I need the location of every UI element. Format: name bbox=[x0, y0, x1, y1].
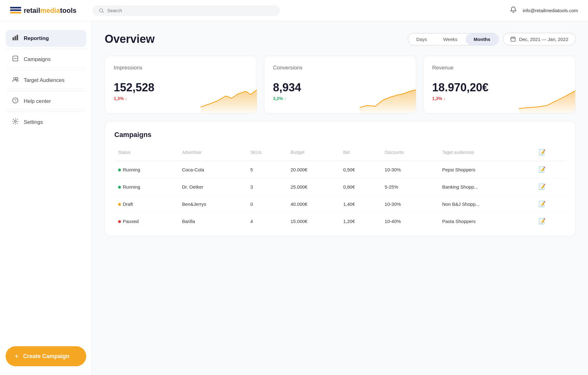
svg-rect-5 bbox=[12, 37, 14, 40]
cell-skus: 3 bbox=[247, 178, 287, 195]
cell-advertiser: Dr. Oetker bbox=[178, 178, 247, 195]
time-toggle: Days Weeks Months bbox=[408, 33, 499, 45]
cell-bid: 1,40€ bbox=[340, 195, 381, 213]
col-skus: SKUs bbox=[247, 146, 287, 161]
svg-rect-2 bbox=[10, 7, 21, 8]
date-range-label: Dec, 2021 — Jan, 2022 bbox=[519, 37, 568, 42]
overview-header: Overview Days Weeks Months Dec, 2021 — J… bbox=[105, 33, 576, 46]
impressions-label: Impressions bbox=[114, 65, 248, 71]
cell-budget: 15.000€ bbox=[287, 213, 340, 230]
cell-discounts: 10-40% bbox=[381, 213, 438, 230]
cell-advertiser: Ben&Jerrys bbox=[178, 195, 247, 213]
sidebar-icon-help-center: ? bbox=[11, 97, 19, 105]
logo-tools: tools bbox=[60, 7, 77, 14]
cell-advertiser: Barilla bbox=[178, 213, 247, 230]
col-advertiser: Advertiser bbox=[178, 146, 247, 161]
sidebar-icon-target-audiences bbox=[11, 76, 19, 84]
svg-line-4 bbox=[102, 12, 103, 13]
stat-card-revenue: Revenue 18.970,20€ 1,3% ↓ bbox=[423, 56, 576, 114]
topnav-right: info@retailmediatools.com bbox=[510, 6, 578, 15]
logo-media: media bbox=[40, 7, 60, 14]
logo-icon bbox=[10, 6, 21, 15]
overview-title: Overview bbox=[105, 33, 155, 46]
row-edit-icon[interactable]: 📝 bbox=[539, 184, 546, 190]
sidebar-icon-campaigns bbox=[11, 55, 19, 63]
revenue-chart bbox=[519, 85, 575, 113]
cell-budget: 25.000€ bbox=[287, 178, 340, 195]
search-icon bbox=[99, 8, 104, 13]
time-btn-months[interactable]: Months bbox=[466, 33, 498, 45]
sidebar-label-target-audiences: Target Audiences bbox=[24, 77, 64, 84]
cell-target: Non B&J Shopp... bbox=[438, 195, 535, 213]
campaigns-card: Campaigns Status Advertiser SKUs Budget … bbox=[105, 121, 576, 236]
row-edit-icon[interactable]: 📝 bbox=[539, 218, 546, 224]
cell-target: Banking Shopp... bbox=[438, 178, 535, 195]
sidebar-item-reporting[interactable]: Reporting bbox=[6, 30, 86, 47]
sidebar-item-settings[interactable]: Settings bbox=[6, 114, 86, 131]
row-edit-icon[interactable]: 📝 bbox=[539, 166, 546, 173]
sidebar-label-settings: Settings bbox=[24, 119, 43, 125]
sidebar-label-reporting: Reporting bbox=[24, 35, 49, 42]
cell-budget: 20.000€ bbox=[287, 161, 340, 178]
col-bid: Bid bbox=[340, 146, 381, 161]
cell-advertiser: Coca-Cola bbox=[178, 161, 247, 178]
status-dot bbox=[118, 169, 121, 171]
cell-status: Paused bbox=[114, 213, 178, 230]
table-row: Running Coca-Cola 5 20.000€ 0,50€ 10-30%… bbox=[114, 161, 566, 178]
notification-icon[interactable] bbox=[510, 6, 517, 15]
cell-edit[interactable]: 📝 bbox=[535, 178, 566, 195]
col-discounts: Discounts bbox=[381, 146, 438, 161]
col-status: Status bbox=[114, 146, 178, 161]
cell-skus: 5 bbox=[247, 161, 287, 178]
cell-skus: 4 bbox=[247, 213, 287, 230]
cell-status: Running bbox=[114, 161, 178, 178]
create-campaign-label: Create Campaign bbox=[23, 353, 69, 360]
stat-card-conversions: Conversions 8,934 3,3% ↑ bbox=[264, 56, 416, 114]
cell-bid: 0,50€ bbox=[340, 161, 381, 178]
cell-target: Pasta Shoppers bbox=[438, 213, 535, 230]
conversions-label: Conversions bbox=[273, 65, 407, 71]
sidebar-label-campaigns: Campaigns bbox=[24, 56, 51, 63]
search-input[interactable] bbox=[107, 8, 274, 13]
create-campaign-button[interactable]: + Create Campaign bbox=[6, 346, 86, 366]
layout: Reporting Campaigns Target Audiences ? H… bbox=[0, 21, 588, 375]
row-edit-icon[interactable]: 📝 bbox=[539, 201, 546, 207]
edit-header-icon: 📝 bbox=[539, 149, 546, 155]
time-btn-weeks[interactable]: Weeks bbox=[435, 33, 466, 45]
topnav: retailmediatools info@retailmediatools.c… bbox=[0, 0, 588, 21]
cell-status: Draft bbox=[114, 195, 178, 213]
search-bar[interactable] bbox=[92, 5, 280, 16]
impressions-chart bbox=[201, 85, 257, 113]
svg-rect-6 bbox=[15, 36, 16, 40]
sidebar-divider bbox=[6, 91, 86, 91]
sidebar: Reporting Campaigns Target Audiences ? H… bbox=[0, 21, 92, 375]
status-dot bbox=[118, 220, 121, 223]
date-range-picker[interactable]: Dec, 2021 — Jan, 2022 bbox=[503, 33, 576, 45]
sidebar-item-target-audiences[interactable]: Target Audiences bbox=[6, 72, 86, 89]
cell-edit[interactable]: 📝 bbox=[535, 161, 566, 178]
svg-rect-0 bbox=[10, 12, 21, 13]
col-target-audiences: Taget audiences bbox=[438, 146, 535, 161]
svg-marker-19 bbox=[201, 90, 257, 113]
sidebar-icon-reporting bbox=[11, 34, 19, 43]
col-actions: 📝 bbox=[535, 146, 566, 161]
svg-marker-21 bbox=[519, 91, 575, 113]
cell-edit[interactable]: 📝 bbox=[535, 195, 566, 213]
plus-icon: + bbox=[14, 352, 19, 361]
cell-discounts: 10-30% bbox=[381, 161, 438, 178]
cell-skus: 0 bbox=[247, 195, 287, 213]
sidebar-divider bbox=[6, 70, 86, 70]
sidebar-divider bbox=[6, 112, 86, 112]
cell-bid: 1,20€ bbox=[340, 213, 381, 230]
cell-discounts: 5-25% bbox=[381, 178, 438, 195]
logo-retail: retail bbox=[24, 7, 40, 14]
cell-edit[interactable]: 📝 bbox=[535, 213, 566, 230]
time-btn-days[interactable]: Days bbox=[408, 33, 435, 45]
svg-point-3 bbox=[99, 8, 102, 12]
sidebar-item-campaigns[interactable]: Campaigns bbox=[6, 51, 86, 68]
sidebar-item-help-center[interactable]: ? Help center bbox=[6, 93, 86, 110]
svg-rect-7 bbox=[17, 35, 18, 40]
cell-target: Pepsi Shoppers bbox=[438, 161, 535, 178]
cell-status: Running bbox=[114, 178, 178, 195]
cell-bid: 0,80€ bbox=[340, 178, 381, 195]
